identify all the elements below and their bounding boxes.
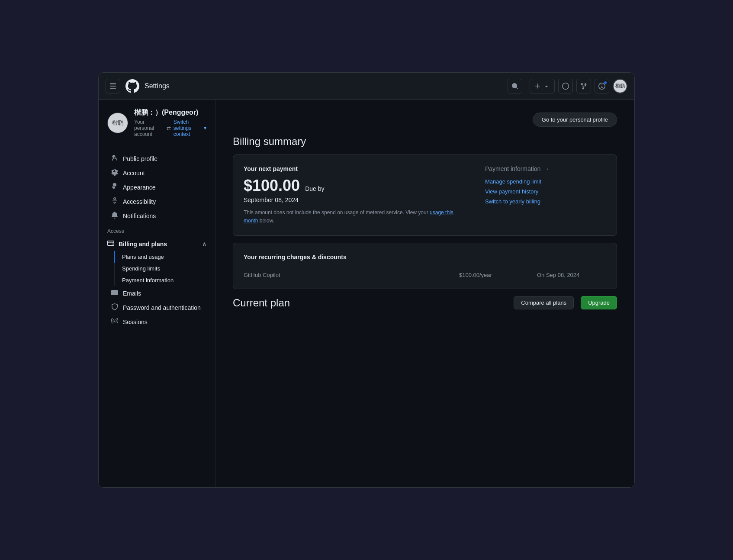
user-avatar-nav[interactable]: 楷鹏 [613,79,627,93]
go-to-profile-button[interactable]: Go to your personal profile [533,113,617,127]
recurring-date-value: On Sep 08, 2024 [537,272,606,278]
user-details: 楷鹏：）(Penggeor) Your personal account ⇄ S… [134,108,206,137]
topnav-right: 楷鹏 [508,79,627,93]
billing-children: Plans and usage Spending limits Payment … [114,251,212,286]
switch-context-link[interactable]: Switch settings context ▾ [174,119,206,137]
notification-dot [604,81,607,84]
billing-plans-group: Billing and plans ∧ Plans and usage Spen… [102,237,212,286]
access-section-label: Access [99,223,215,237]
due-date-value: September 08, 2024 [244,196,468,203]
create-new-button[interactable] [530,79,555,93]
nav-extra-section: Emails Password and authentication Sessi… [99,286,215,329]
payment-information-link[interactable]: Payment information → [485,165,606,172]
nav-title: Settings [145,82,170,90]
sidebar-item-password-auth[interactable]: Password and authentication [102,300,212,315]
nav-separator [526,81,526,91]
payment-amount-value: $100.00 [244,177,300,195]
main-layout: 楷鹏 楷鹏：）(Penggeor) Your personal account … [99,100,634,487]
recurring-service-label: GitHub Copilot [244,272,442,278]
accessibility-icon [111,197,119,206]
person-icon [111,154,119,163]
current-plan-header: Current plan Compare all plans Upgrade [233,296,617,309]
recurring-row: GitHub Copilot $100.00/year On Sep 08, 2… [244,265,606,278]
shield-icon [111,303,119,312]
recurring-amount-value: $100.00/year [459,272,520,278]
topnav: Settings [99,73,634,100]
current-plan-title: Current plan [233,297,290,309]
paintbrush-icon [111,183,119,191]
page-header: Go to your personal profile [233,113,617,127]
copilot-button[interactable] [558,79,573,93]
arrow-icon: → [543,165,549,172]
nav-top-section: Public profile Account Appearance [99,151,215,223]
payment-left: Your next payment $100.00 Due by Septemb… [244,165,468,225]
upgrade-button[interactable]: Upgrade [581,296,617,309]
payment-amount-row: $100.00 Due by [244,177,468,195]
due-by-label: Due by [305,185,324,192]
sidebar-item-payment-information[interactable]: Payment information [115,274,212,286]
sidebar-item-sessions[interactable]: Sessions [102,315,212,329]
next-payment-row: Your next payment $100.00 Due by Septemb… [244,165,606,225]
gear-icon [111,169,119,177]
pull-requests-button[interactable] [576,79,591,93]
payment-note: This amount does not include the spend o… [244,209,468,225]
chevron-down-icon: ▾ [204,125,206,131]
bell-icon [111,212,119,220]
sidebar-item-spending-limits[interactable]: Spending limits [115,263,212,274]
manage-spending-limit-link[interactable]: Manage spending limit [485,178,606,185]
hamburger-menu-button[interactable] [106,79,120,93]
sidebar-item-plans-usage[interactable]: Plans and usage [114,251,212,263]
view-payment-history-link[interactable]: View payment history [485,188,606,195]
main-content: Go to your personal profile Billing summ… [215,100,634,487]
user-avatar: 楷鹏 [107,113,128,133]
user-account-label: Your personal account ⇄ Switch settings … [134,119,206,137]
inbox-button[interactable] [595,79,609,93]
next-payment-heading: Your next payment [244,165,468,172]
sidebar-item-notifications[interactable]: Notifications [102,209,212,223]
switch-yearly-billing-link[interactable]: Switch to yearly billing [485,198,606,205]
sidebar-item-account[interactable]: Account [102,166,212,180]
billing-summary-title: Billing summary [233,135,617,148]
credit-card-icon [107,240,114,248]
user-info-section: 楷鹏 楷鹏：）(Penggeor) Your personal account … [99,108,215,146]
compare-all-plans-button[interactable]: Compare all plans [514,296,574,309]
github-logo-icon [125,79,139,93]
chevron-up-icon: ∧ [202,241,206,248]
sidebar-item-emails[interactable]: Emails [102,286,212,300]
broadcast-icon [111,318,119,326]
sidebar-item-public-profile[interactable]: Public profile [102,151,212,166]
recurring-heading: Your recurring charges & discounts [244,254,606,261]
user-name: 楷鹏：）(Penggeor) [134,108,206,117]
search-button[interactable] [508,79,522,93]
next-payment-card: Your next payment $100.00 Due by Septemb… [233,154,617,236]
mail-icon [111,289,119,297]
sidebar-item-accessibility[interactable]: Accessibility [102,194,212,209]
topnav-left: Settings [106,79,502,93]
sidebar: 楷鹏 楷鹏：）(Penggeor) Your personal account … [99,100,215,487]
sidebar-item-appearance[interactable]: Appearance [102,180,212,194]
billing-plans-parent[interactable]: Billing and plans ∧ [102,237,212,251]
recurring-charges-card: Your recurring charges & discounts GitHu… [233,243,617,289]
payment-right: Payment information → Manage spending li… [485,165,606,225]
